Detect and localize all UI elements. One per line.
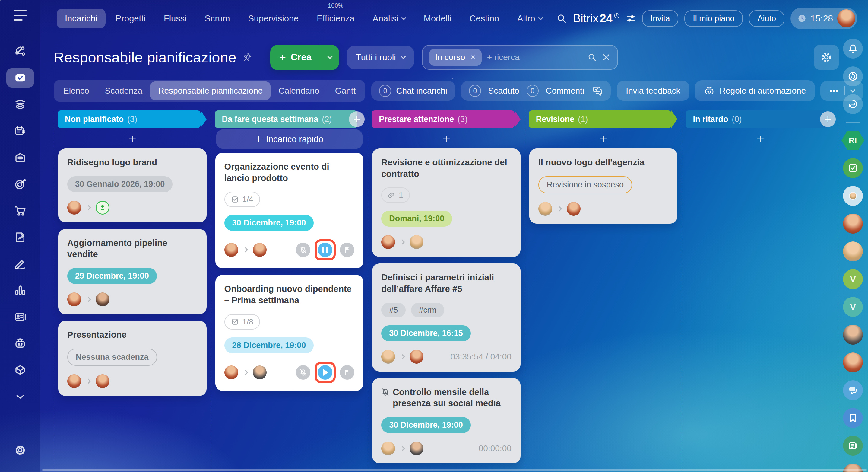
my-plan-button[interactable]: Il mio piano (684, 10, 743, 27)
assignee-avatar[interactable] (96, 292, 110, 306)
contact-avatar[interactable] (843, 241, 863, 261)
user-avatar[interactable] (837, 9, 855, 27)
task-card-parametri-affare[interactable]: Definisci i parametri iniziali dell’affa… (372, 263, 521, 371)
column-header[interactable]: Non pianificato (3) (58, 111, 200, 128)
due-chip[interactable]: Nessuna scadenza (67, 349, 157, 366)
remove-filter-icon[interactable]: × (470, 53, 475, 62)
assignee-avatar[interactable] (96, 374, 110, 388)
pause-timer-button[interactable] (318, 243, 332, 257)
contact-avatar[interactable] (843, 325, 863, 345)
creator-avatar[interactable] (67, 374, 81, 388)
due-chip[interactable]: 28 Dicembre, 19:00 (224, 337, 314, 353)
creator-avatar[interactable] (381, 442, 395, 455)
assignee-placeholder-icon[interactable] (96, 201, 110, 214)
comments-bubbles-icon[interactable] (591, 85, 603, 96)
nav-altro[interactable]: Altro (509, 9, 551, 28)
horizontal-scrollbar[interactable] (42, 469, 867, 471)
invite-button[interactable]: Invita (642, 10, 679, 27)
checklist-chip[interactable]: 1/4 (224, 191, 260, 207)
flag-icon[interactable] (340, 365, 354, 380)
nav-supervisione[interactable]: Supervisione (240, 9, 307, 28)
mute-bell-icon[interactable] (296, 365, 310, 380)
task-card-ridisegno-logo[interactable]: Ridisegno logo brand 30 Gennaio 2026, 19… (58, 148, 207, 223)
filter-chip-in-corso[interactable]: In corso × (429, 49, 482, 66)
ai-robot-icon[interactable] (6, 334, 34, 353)
quick-task-button[interactable]: + Incarico rapido (216, 129, 363, 149)
nav-scrum[interactable]: Scrum (197, 9, 238, 28)
nav-modelli[interactable]: Modelli (415, 9, 460, 28)
chevron-down-icon[interactable] (6, 387, 34, 406)
bookmark-channel-icon[interactable] (843, 408, 863, 428)
overdue-comments-counter[interactable]: 0 Scaduto 0 Commenti (461, 81, 611, 101)
add-card-button[interactable]: + (528, 129, 679, 148)
analytics-icon[interactable] (6, 281, 34, 300)
nav-incarichi[interactable]: Incarichi (57, 9, 105, 28)
column-header[interactable]: Revisione (1) (529, 111, 672, 128)
flag-icon[interactable] (340, 243, 354, 257)
task-card-evento-lancio[interactable]: Organizzazione evento di lancio prodotto… (215, 153, 364, 268)
assignee-avatar[interactable] (409, 442, 424, 455)
status-chip[interactable]: Revisione in sospeso (538, 176, 632, 194)
feed-icon[interactable] (6, 95, 34, 114)
help-button[interactable]: Aiuto (749, 10, 784, 27)
search-icon[interactable] (587, 53, 597, 62)
automation-rules-button[interactable]: Regole di automazione (695, 80, 815, 101)
creator-avatar[interactable] (381, 235, 395, 249)
pin-icon[interactable] (242, 52, 252, 62)
tasks-check-icon[interactable] (843, 158, 863, 178)
chat-counter[interactable]: 0 Chat incarichi (371, 81, 455, 101)
nav-cestino[interactable]: Cestino (461, 9, 507, 28)
assignee-avatar[interactable] (253, 243, 267, 257)
filter-search-input[interactable]: In corso × + ricerca (422, 45, 618, 70)
drive-icon[interactable] (6, 148, 34, 167)
tab-calendario[interactable]: Calendario (271, 82, 327, 100)
task-card-controllo-social[interactable]: Controllo mensile della presenza sui soc… (372, 378, 521, 463)
creator-avatar[interactable] (224, 365, 238, 379)
assignee-avatar[interactable] (409, 350, 424, 364)
add-card-button[interactable]: + (685, 129, 836, 148)
create-button[interactable]: +Crea (270, 45, 339, 70)
due-chip[interactable]: 30 Dicembre, 16:15 (381, 325, 471, 341)
calendar-icon[interactable] (6, 121, 34, 141)
esign-pen-icon[interactable] (6, 254, 34, 273)
creator-avatar[interactable] (67, 201, 81, 214)
sliders-icon[interactable] (626, 13, 636, 24)
team-group-avatar[interactable] (843, 186, 863, 206)
settings-gear-icon[interactable] (6, 441, 34, 460)
due-chip[interactable]: 30 Gennaio 2026, 19:00 (67, 176, 173, 192)
creator-avatar[interactable] (381, 350, 395, 364)
task-card-revisione-contratto[interactable]: Revisione e ottimizzazione del contratto… (372, 148, 521, 257)
add-task-plus-icon[interactable]: + (349, 111, 365, 127)
column-header[interactable]: In ritardo (0) + (685, 111, 829, 128)
send-feedback-button[interactable]: Invia feedback (617, 81, 689, 101)
add-card-button[interactable]: + (57, 129, 208, 148)
notifications-bell-icon[interactable] (843, 39, 863, 59)
board-settings-gear-icon[interactable] (814, 45, 839, 70)
contact-avatar[interactable] (843, 214, 863, 234)
nav-progetti[interactable]: Progetti (107, 9, 154, 28)
chat-channel-icon[interactable] (843, 380, 863, 400)
contacts-card-icon[interactable] (6, 307, 34, 327)
due-chip[interactable]: 30 Dicembre, 19:00 (224, 215, 314, 231)
task-card-onboarding[interactable]: Onboarding nuovo dipendente – Prima sett… (215, 275, 364, 390)
due-chip[interactable]: 29 Dicembre, 19:00 (67, 268, 157, 284)
task-card-presentazione[interactable]: Presentazione Nessuna scadenza (58, 321, 207, 396)
due-chip[interactable]: 30 Dicembre, 19:00 (381, 417, 471, 433)
creator-avatar[interactable] (224, 243, 238, 257)
menu-hamburger-icon[interactable] (13, 10, 27, 21)
tab-responsabile-pianificazione[interactable]: Responsabile pianificazione (150, 82, 271, 100)
tab-scadenza[interactable]: Scadenza (97, 82, 151, 100)
contact-avatar[interactable] (843, 353, 863, 373)
tasks-icon[interactable] (6, 68, 34, 88)
workgroup-badge[interactable]: RI (841, 130, 864, 150)
market-box-icon[interactable] (6, 360, 34, 380)
create-dropdown-caret[interactable] (320, 45, 339, 70)
bitrix24-logo[interactable]: Bitrix24 (573, 12, 620, 25)
chat-history-icon[interactable] (843, 94, 863, 114)
copilot-icon[interactable] (843, 66, 863, 86)
due-chip[interactable]: Domani, 19:00 (381, 211, 452, 227)
nav-flussi[interactable]: Flussi (156, 9, 195, 28)
clear-search-icon[interactable] (602, 53, 611, 62)
global-search-icon[interactable] (556, 13, 567, 24)
assignee-avatar[interactable] (567, 202, 581, 216)
